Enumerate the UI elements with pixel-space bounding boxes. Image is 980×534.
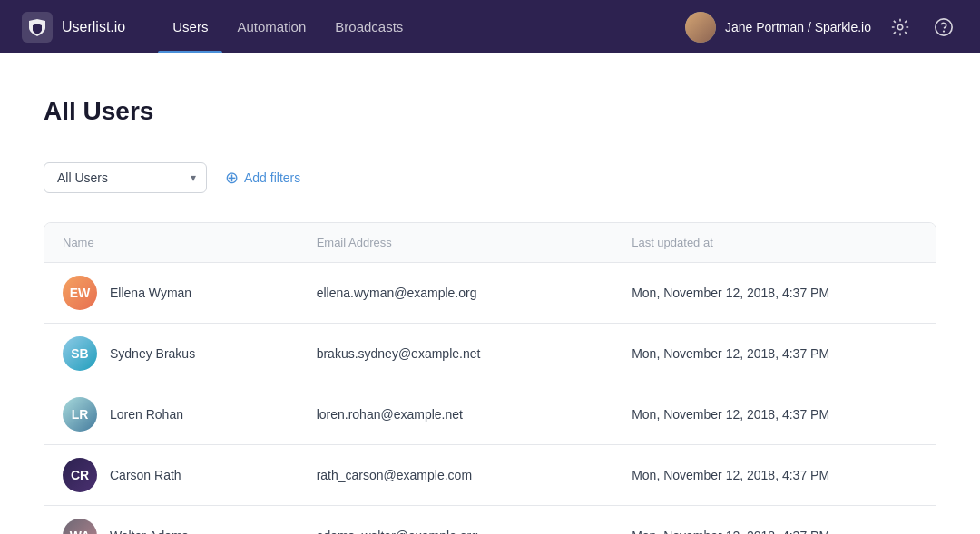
row-avatar: CR <box>63 458 97 492</box>
table-body: EW Ellena Wyman ellena.wyman@example.org… <box>44 263 936 535</box>
name-cell: EW Ellena Wyman <box>44 263 299 324</box>
logo-text: Userlist.io <box>62 19 125 35</box>
nav-automation[interactable]: Automation <box>222 0 320 53</box>
user-name: Loren Rohan <box>110 407 183 422</box>
avatar-placeholder: EW <box>63 276 97 310</box>
user-cell: CR Carson Rath <box>63 458 280 492</box>
avatar <box>685 12 716 43</box>
user-name: Ellena Wyman <box>110 286 191 300</box>
name-cell: LR Loren Rohan <box>44 384 299 445</box>
name-cell: SB Sydney Brakus <box>44 324 299 384</box>
table-row[interactable]: SB Sydney Brakus brakus.sydney@example.n… <box>44 324 936 384</box>
filter-select-wrapper[interactable]: All Users <box>44 162 207 193</box>
table-row[interactable]: WA Walter Adams adams_walter@example.org… <box>44 506 936 535</box>
header: Userlist.io Users Automation Broadcasts … <box>0 0 980 53</box>
avatar-placeholder: WA <box>63 519 97 534</box>
table-header-row: Name Email Address Last updated at <box>44 223 936 263</box>
row-avatar: WA <box>63 519 97 534</box>
user-name: Walter Adams <box>110 529 189 534</box>
svg-point-2 <box>936 18 952 34</box>
logo-icon <box>22 12 53 43</box>
col-name: Name <box>44 223 299 263</box>
table-row[interactable]: EW Ellena Wyman ellena.wyman@example.org… <box>44 263 936 324</box>
users-table: Name Email Address Last updated at EW El… <box>44 223 936 534</box>
date-cell: Mon, November 12, 2018, 4:37 PM <box>613 384 936 445</box>
main-content: All Users All Users ⊕ Add filters Name E… <box>0 53 980 534</box>
email-cell: rath_carson@example.com <box>299 445 614 506</box>
table-row[interactable]: LR Loren Rohan loren.rohan@example.netMo… <box>44 384 936 445</box>
user-cell: EW Ellena Wyman <box>63 276 280 310</box>
table-header: Name Email Address Last updated at <box>44 223 936 263</box>
name-cell: WA Walter Adams <box>44 506 299 535</box>
help-button[interactable] <box>929 13 958 42</box>
row-avatar: SB <box>63 336 97 371</box>
row-avatar: LR <box>63 397 97 432</box>
name-cell: CR Carson Rath <box>44 445 299 506</box>
table-row[interactable]: CR Carson Rath rath_carson@example.comMo… <box>44 445 936 506</box>
filter-row: All Users ⊕ Add filters <box>44 162 936 193</box>
user-info[interactable]: Jane Portman / Sparkle.io <box>685 12 871 43</box>
users-table-container: Name Email Address Last updated at EW El… <box>44 222 936 534</box>
col-updated: Last updated at <box>613 223 936 263</box>
users-filter-select[interactable]: All Users <box>44 162 207 193</box>
email-cell: ellena.wyman@example.org <box>299 263 614 324</box>
email-cell: adams_walter@example.org <box>299 506 614 535</box>
row-avatar: EW <box>63 276 97 310</box>
nav-broadcasts[interactable]: Broadcasts <box>320 0 417 53</box>
col-email: Email Address <box>299 223 614 263</box>
header-right: Jane Portman / Sparkle.io <box>685 12 958 43</box>
date-cell: Mon, November 12, 2018, 4:37 PM <box>613 506 936 535</box>
user-cell: WA Walter Adams <box>63 519 280 534</box>
settings-button[interactable] <box>886 13 915 42</box>
user-cell: SB Sydney Brakus <box>63 336 280 371</box>
date-cell: Mon, November 12, 2018, 4:37 PM <box>613 263 936 324</box>
email-cell: loren.rohan@example.net <box>299 384 614 445</box>
user-label: Jane Portman / Sparkle.io <box>725 20 871 34</box>
svg-point-1 <box>897 24 903 30</box>
page-title: All Users <box>44 97 936 126</box>
nav-users[interactable]: Users <box>158 0 222 53</box>
add-filters-label: Add filters <box>244 170 300 185</box>
logo[interactable]: Userlist.io <box>22 12 125 43</box>
user-cell: LR Loren Rohan <box>63 397 280 432</box>
add-filters-icon: ⊕ <box>225 170 239 186</box>
user-name: Carson Rath <box>110 468 181 482</box>
user-name: Sydney Brakus <box>110 346 195 361</box>
main-nav: Users Automation Broadcasts <box>158 0 685 53</box>
avatar-placeholder: LR <box>63 397 97 432</box>
add-filters-button[interactable]: ⊕ Add filters <box>221 162 304 193</box>
email-cell: brakus.sydney@example.net <box>299 324 614 384</box>
avatar-placeholder: CR <box>63 458 97 492</box>
avatar-placeholder: SB <box>63 336 97 371</box>
date-cell: Mon, November 12, 2018, 4:37 PM <box>613 445 936 506</box>
date-cell: Mon, November 12, 2018, 4:37 PM <box>613 324 936 384</box>
